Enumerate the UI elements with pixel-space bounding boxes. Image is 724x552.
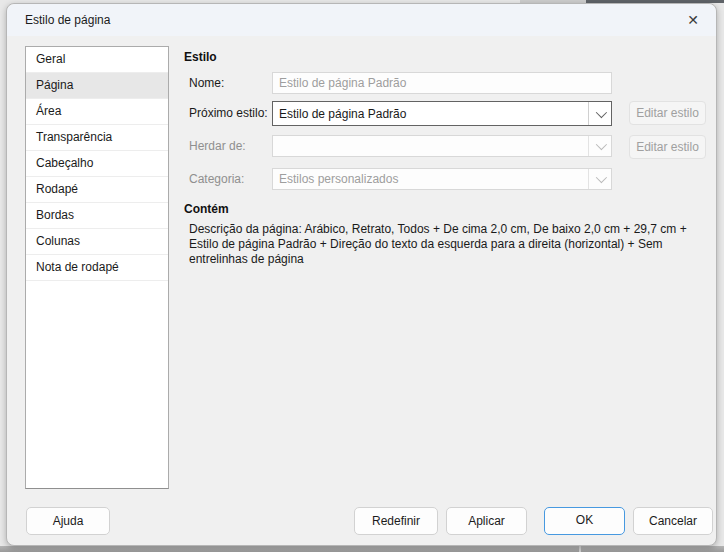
help-button[interactable]: Ajuda bbox=[26, 507, 110, 535]
next-style-label: Próximo estilo: bbox=[189, 106, 268, 120]
close-icon: ✕ bbox=[687, 12, 699, 28]
apply-button[interactable]: Aplicar bbox=[446, 507, 527, 535]
reset-button[interactable]: Redefinir bbox=[354, 507, 438, 535]
name-label: Nome: bbox=[189, 76, 224, 90]
cancel-button[interactable]: Cancelar bbox=[633, 507, 713, 535]
sidebar-item-colunas[interactable]: Colunas bbox=[26, 229, 168, 255]
dialog-page-list: Geral Página Área Transparência Cabeçalh… bbox=[25, 46, 169, 489]
dialog-titlebar: Estilo de página ✕ bbox=[7, 4, 716, 36]
sidebar-item-rodape[interactable]: Rodapé bbox=[26, 177, 168, 203]
sidebar-item-geral[interactable]: Geral bbox=[26, 47, 168, 73]
background-window-edge-bottom bbox=[0, 546, 724, 552]
name-value: Estilo de página Padrão bbox=[273, 76, 611, 90]
edit-style-button-2[interactable]: Editar estilo bbox=[629, 135, 706, 159]
contains-group-header: Contém bbox=[184, 202, 229, 216]
inherit-from-label: Herdar de: bbox=[189, 139, 246, 153]
page-description-text: Descrição da página: Arábico, Retrato, T… bbox=[189, 222, 716, 267]
category-combobox: Estilos personalizados bbox=[272, 168, 612, 190]
sidebar-item-transparencia[interactable]: Transparência bbox=[26, 125, 168, 151]
sidebar-item-area[interactable]: Área bbox=[26, 99, 168, 125]
sidebar-item-pagina[interactable]: Página bbox=[26, 73, 168, 99]
inherit-from-combobox bbox=[272, 135, 612, 157]
category-value: Estilos personalizados bbox=[273, 172, 588, 186]
next-style-combobox[interactable]: Estilo de página Padrão bbox=[272, 101, 612, 126]
chevron-down-icon bbox=[596, 106, 607, 117]
background-window-divider bbox=[579, 546, 581, 552]
dialog-title: Estilo de página bbox=[25, 13, 110, 27]
edit-style-button-1[interactable]: Editar estilo bbox=[629, 101, 706, 125]
close-button[interactable]: ✕ bbox=[678, 8, 708, 32]
category-dropdown-button bbox=[588, 169, 611, 189]
sidebar-item-bordas[interactable]: Bordas bbox=[26, 203, 168, 229]
page-style-dialog: Estilo de página ✕ Geral Página Área Tra… bbox=[6, 3, 717, 546]
category-label: Categoria: bbox=[189, 172, 244, 186]
chevron-down-icon bbox=[596, 172, 607, 183]
next-style-dropdown-button[interactable] bbox=[588, 102, 611, 125]
ok-button[interactable]: OK bbox=[544, 507, 625, 535]
style-group-header: Estilo bbox=[184, 50, 217, 64]
name-input: Estilo de página Padrão bbox=[272, 72, 612, 94]
sidebar-item-cabecalho[interactable]: Cabeçalho bbox=[26, 151, 168, 177]
next-style-value: Estilo de página Padrão bbox=[273, 107, 588, 121]
chevron-down-icon bbox=[596, 139, 607, 150]
sidebar-item-nota-de-rodape[interactable]: Nota de rodapé bbox=[26, 255, 168, 281]
inherit-from-dropdown-button bbox=[588, 136, 611, 156]
